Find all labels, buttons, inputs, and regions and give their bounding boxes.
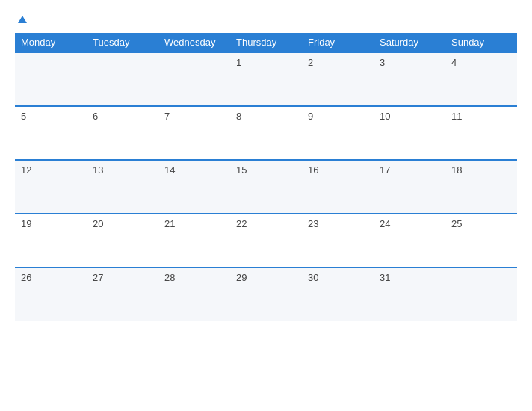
calendar-day-30: 30	[302, 268, 374, 321]
day-number: 5	[21, 111, 26, 122]
weekday-header-thursday: Thursday	[230, 33, 302, 52]
header	[15, 12, 517, 25]
calendar-day-11: 11	[445, 106, 517, 160]
day-number: 29	[236, 272, 247, 283]
calendar-week-row: 1234	[15, 52, 517, 106]
logo	[15, 12, 29, 25]
calendar-day-24: 24	[374, 214, 445, 268]
day-number: 10	[380, 111, 390, 122]
day-number: 28	[164, 272, 175, 283]
day-number: 15	[236, 164, 247, 176]
calendar-day-empty	[445, 268, 517, 321]
day-number: 23	[308, 218, 318, 229]
svg-marker-0	[18, 16, 27, 23]
calendar-day-19: 19	[15, 214, 87, 268]
calendar-day-4: 4	[445, 52, 517, 106]
calendar-day-20: 20	[87, 214, 158, 268]
day-number: 20	[93, 218, 103, 229]
calendar-table: MondayTuesdayWednesdayThursdayFridaySatu…	[15, 33, 517, 321]
day-number: 19	[21, 218, 31, 229]
calendar-day-8: 8	[230, 106, 302, 160]
calendar-week-row: 567891011	[15, 106, 517, 160]
calendar-day-12: 12	[15, 160, 87, 214]
calendar-day-empty	[87, 52, 158, 106]
weekday-header-sunday: Sunday	[445, 33, 517, 52]
day-number: 24	[380, 218, 390, 229]
calendar-day-7: 7	[158, 106, 230, 160]
calendar-week-row: 12131415161718	[15, 160, 517, 214]
calendar-day-3: 3	[374, 52, 445, 106]
calendar-week-row: 262728293031	[15, 268, 517, 321]
day-number: 16	[308, 164, 318, 176]
day-number: 17	[380, 164, 390, 176]
calendar-body: 1234567891011121314151617181920212223242…	[15, 52, 517, 321]
day-number: 27	[93, 272, 103, 283]
day-number: 6	[93, 111, 98, 122]
calendar-day-6: 6	[87, 106, 158, 160]
calendar-day-1: 1	[230, 52, 302, 106]
calendar-day-empty	[158, 52, 230, 106]
calendar-day-28: 28	[158, 268, 230, 321]
day-number: 26	[21, 272, 31, 283]
calendar-header: MondayTuesdayWednesdayThursdayFridaySatu…	[15, 33, 517, 52]
calendar-day-9: 9	[302, 106, 374, 160]
day-number: 31	[380, 272, 390, 283]
day-number: 13	[93, 164, 103, 176]
day-number: 3	[380, 57, 385, 68]
day-number: 14	[164, 164, 175, 176]
calendar-day-18: 18	[445, 160, 517, 214]
calendar-day-13: 13	[87, 160, 158, 214]
calendar-day-2: 2	[302, 52, 374, 106]
calendar-day-21: 21	[158, 214, 230, 268]
day-number: 4	[451, 57, 457, 68]
calendar-day-27: 27	[87, 268, 158, 321]
day-number: 8	[236, 111, 241, 122]
day-number: 11	[451, 111, 462, 122]
calendar-day-10: 10	[374, 106, 445, 160]
calendar-day-15: 15	[230, 160, 302, 214]
day-number: 22	[236, 218, 247, 229]
calendar-day-22: 22	[230, 214, 302, 268]
calendar-day-26: 26	[15, 268, 87, 321]
calendar-day-25: 25	[445, 214, 517, 268]
logo-triangle-icon	[16, 12, 29, 25]
weekday-header-monday: Monday	[15, 33, 87, 52]
calendar-day-17: 17	[374, 160, 445, 214]
day-number: 7	[164, 111, 170, 122]
calendar-day-23: 23	[302, 214, 374, 268]
day-number: 21	[164, 218, 175, 229]
day-number: 30	[308, 272, 318, 283]
calendar-day-29: 29	[230, 268, 302, 321]
day-number: 25	[451, 218, 462, 229]
weekday-header-tuesday: Tuesday	[87, 33, 158, 52]
day-number: 9	[308, 111, 313, 122]
calendar-day-31: 31	[374, 268, 445, 321]
calendar-day-14: 14	[158, 160, 230, 214]
calendar-day-empty	[15, 52, 87, 106]
calendar-day-5: 5	[15, 106, 87, 160]
weekday-header-friday: Friday	[302, 33, 374, 52]
day-number: 2	[308, 57, 313, 68]
weekday-header-saturday: Saturday	[374, 33, 445, 52]
calendar-week-row: 19202122232425	[15, 214, 517, 268]
page: MondayTuesdayWednesdayThursdayFridaySatu…	[0, 0, 532, 411]
calendar-day-16: 16	[302, 160, 374, 214]
weekday-header-row: MondayTuesdayWednesdayThursdayFridaySatu…	[15, 33, 517, 52]
day-number: 1	[236, 57, 241, 68]
weekday-header-wednesday: Wednesday	[158, 33, 230, 52]
day-number: 18	[451, 164, 462, 176]
day-number: 12	[21, 164, 31, 176]
